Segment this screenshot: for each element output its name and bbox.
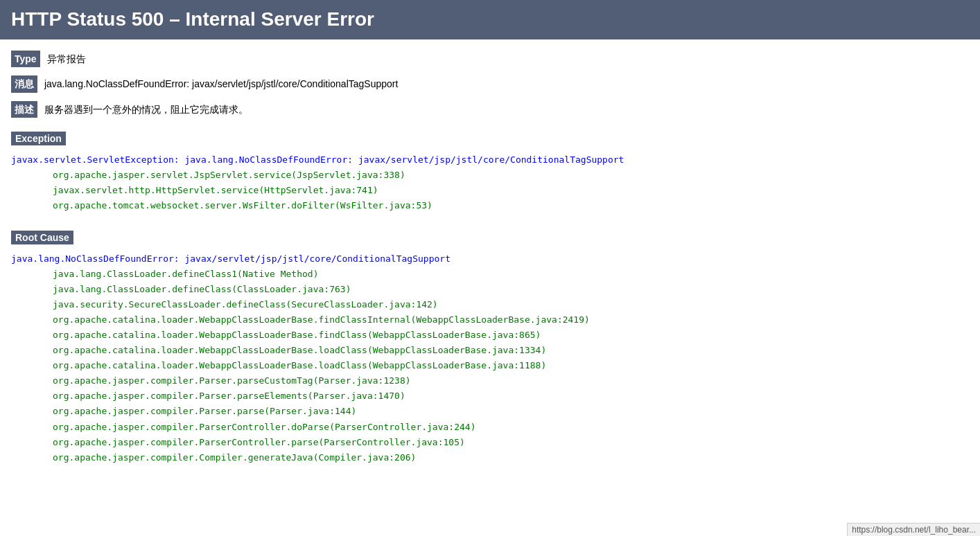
root-cause-line-1: java.lang.ClassLoader.defineClass1(Nativ… xyxy=(11,267,969,282)
root-cause-section: Root Cause java.lang.NoClassDefFoundErro… xyxy=(11,225,969,465)
root-cause-line-12: org.apache.jasper.compiler.ParserControl… xyxy=(11,435,969,450)
exception-line-0: javax.servlet.ServletException: java.lan… xyxy=(11,154,624,165)
exception-stacktrace: javax.servlet.ServletException: java.lan… xyxy=(11,152,969,213)
type-value: 异常报告 xyxy=(47,53,86,64)
exception-section: Exception javax.servlet.ServletException… xyxy=(11,126,969,213)
exception-header: Exception xyxy=(11,132,66,145)
type-label: Type xyxy=(11,51,40,67)
description-label: 描述 xyxy=(11,101,37,118)
message-value: java.lang.NoClassDefFoundError: javax/se… xyxy=(44,78,398,89)
description-row: 描述 服务器遇到一个意外的情况，阻止它完成请求。 xyxy=(11,101,969,118)
root-cause-line-5: org.apache.catalina.loader.WebappClassLo… xyxy=(11,328,969,343)
root-cause-line-7: org.apache.catalina.loader.WebappClassLo… xyxy=(11,358,969,373)
message-row: 消息 java.lang.NoClassDefFoundError: javax… xyxy=(11,75,969,92)
description-value: 服务器遇到一个意外的情况，阻止它完成请求。 xyxy=(44,104,248,115)
page-header: HTTP Status 500 – Internal Server Error xyxy=(0,0,980,39)
root-cause-line-2: java.lang.ClassLoader.defineClass(ClassL… xyxy=(11,282,969,297)
root-cause-line-4: org.apache.catalina.loader.WebappClassLo… xyxy=(11,312,969,328)
root-cause-line-8: org.apache.jasper.compiler.Parser.parseC… xyxy=(11,373,969,388)
type-row: Type 异常报告 xyxy=(11,51,969,67)
root-cause-line-6: org.apache.catalina.loader.WebappClassLo… xyxy=(11,343,969,358)
root-cause-line-11: org.apache.jasper.compiler.ParserControl… xyxy=(11,420,969,435)
root-cause-line-13: org.apache.jasper.compiler.Compiler.gene… xyxy=(11,450,969,465)
message-label: 消息 xyxy=(11,75,37,92)
exception-line-3: org.apache.tomcat.websocket.server.WsFil… xyxy=(11,198,969,213)
page-title: HTTP Status 500 – Internal Server Error xyxy=(11,8,969,30)
root-cause-line-3: java.security.SecureClassLoader.defineCl… xyxy=(11,297,969,312)
root-cause-line-9: org.apache.jasper.compiler.Parser.parseE… xyxy=(11,388,969,404)
root-cause-stacktrace: java.lang.NoClassDefFoundError: javax/se… xyxy=(11,251,969,465)
root-cause-line-0: java.lang.NoClassDefFoundError: javax/se… xyxy=(11,253,450,264)
root-cause-header: Root Cause xyxy=(11,231,73,244)
exception-line-1: org.apache.jasper.servlet.JspServlet.ser… xyxy=(11,168,969,183)
main-content: Type 异常报告 消息 java.lang.NoClassDefFoundEr… xyxy=(0,39,980,488)
root-cause-line-10: org.apache.jasper.compiler.Parser.parse(… xyxy=(11,404,969,419)
exception-line-2: javax.servlet.http.HttpServlet.service(H… xyxy=(11,183,969,198)
